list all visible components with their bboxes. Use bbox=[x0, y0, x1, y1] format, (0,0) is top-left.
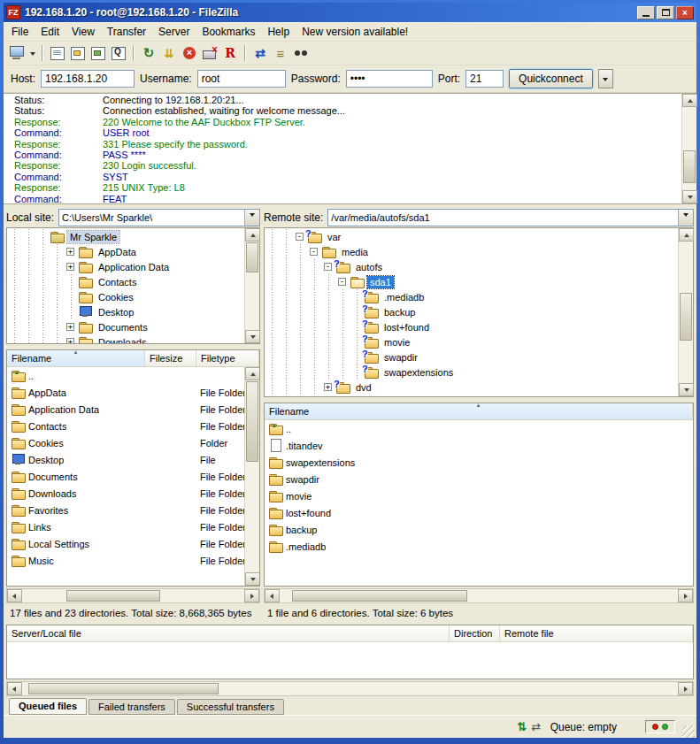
scroll-thumb[interactable] bbox=[246, 242, 258, 272]
password-input[interactable] bbox=[346, 70, 433, 88]
tree-expander-minus-icon[interactable]: - bbox=[310, 248, 318, 256]
column-header-filename[interactable]: Filename▴ bbox=[265, 403, 693, 419]
port-input[interactable] bbox=[465, 70, 504, 88]
tree-item-documents[interactable]: +Documents bbox=[7, 319, 244, 334]
tree-item-cookies[interactable]: Cookies bbox=[7, 289, 244, 304]
remote-site-combobox[interactable]: /var/media/autofs/sda1 bbox=[327, 209, 694, 226]
toggle-remote-tree-icon[interactable] bbox=[88, 43, 108, 63]
tree-item-dvd[interactable]: +?dvd bbox=[265, 380, 678, 395]
tree-item-desktop[interactable]: Desktop bbox=[7, 304, 244, 319]
file-row-lost-found[interactable]: lost+found bbox=[265, 504, 693, 521]
tree-expander-plus-icon[interactable]: + bbox=[66, 323, 74, 331]
column-header-filetype[interactable]: Filetype bbox=[196, 350, 259, 366]
file-row-favorites[interactable]: FavoritesFile Folder bbox=[7, 502, 244, 518]
tree-item-media[interactable]: -media bbox=[265, 244, 678, 259]
tree-expander-plus-icon[interactable]: + bbox=[324, 383, 332, 391]
file-row-documents[interactable]: DocumentsFile Folder bbox=[7, 468, 244, 485]
tree-expander-plus-icon[interactable]: + bbox=[66, 263, 74, 271]
tree-item-var[interactable]: -?var bbox=[265, 229, 678, 244]
local-tree-scrollbar[interactable] bbox=[244, 228, 259, 343]
column-header-remote-file[interactable]: Remote file bbox=[500, 625, 693, 641]
tree-item-autofs[interactable]: -?autofs bbox=[265, 259, 678, 274]
scroll-down-button[interactable] bbox=[682, 190, 697, 203]
tab-queued-files[interactable]: Queued files bbox=[9, 698, 87, 715]
menu-item-new-version-available[interactable]: New version available! bbox=[296, 23, 414, 42]
quickconnect-button[interactable]: Quickconnect bbox=[509, 69, 593, 88]
close-button[interactable]: × bbox=[676, 6, 694, 19]
column-header-direction[interactable]: Direction bbox=[450, 625, 500, 641]
remote-tree-scrollbar[interactable] bbox=[678, 228, 693, 396]
tree-item-contacts[interactable]: Contacts bbox=[7, 274, 244, 289]
quickconnect-dropdown-button[interactable] bbox=[598, 69, 613, 88]
tree-item-backup[interactable]: ?backup bbox=[265, 304, 678, 319]
menu-item-help[interactable]: Help bbox=[261, 23, 296, 42]
scroll-thumb[interactable] bbox=[66, 590, 159, 602]
tab-successful-transfers[interactable]: Successful transfers bbox=[177, 699, 284, 715]
tree-item-mr-sparkle[interactable]: Mr Sparkle bbox=[7, 229, 244, 244]
tree-expander-minus-icon[interactable]: - bbox=[324, 263, 332, 271]
tree-item-swapdir[interactable]: ?swapdir bbox=[265, 349, 678, 364]
tree-item-movie[interactable]: ?movie bbox=[265, 334, 678, 349]
local-site-dropdown-button[interactable] bbox=[244, 210, 259, 226]
dropdown-icon[interactable] bbox=[27, 43, 37, 63]
local-site-combobox[interactable]: C:\Users\Mr Sparkle\ bbox=[58, 209, 260, 226]
resize-grip[interactable] bbox=[682, 725, 695, 738]
scroll-left-button[interactable] bbox=[7, 589, 22, 602]
queue-processing-icon[interactable] bbox=[529, 720, 543, 734]
file-row-application-data[interactable]: Application DataFile Folder bbox=[7, 401, 244, 418]
file-row-appdata[interactable]: AppDataFile Folder bbox=[7, 384, 244, 401]
file-row-cookies[interactable]: CookiesFolder bbox=[7, 434, 244, 451]
tree-item-swapextensions[interactable]: ?swapextensions bbox=[265, 364, 678, 380]
scroll-down-button[interactable] bbox=[245, 572, 259, 586]
tree-expander-plus-icon[interactable]: + bbox=[66, 248, 74, 256]
file-row-swapextensions[interactable]: swapextensions bbox=[265, 454, 693, 471]
tree-item-downloads[interactable]: +Downloads bbox=[7, 334, 244, 343]
disconnect-icon[interactable] bbox=[200, 43, 219, 63]
synchronized-browsing-icon[interactable] bbox=[271, 43, 290, 63]
toggle-local-tree-icon[interactable] bbox=[68, 43, 88, 63]
find-icon[interactable] bbox=[291, 43, 311, 63]
menu-item-view[interactable]: View bbox=[65, 23, 101, 42]
scroll-thumb[interactable] bbox=[683, 150, 696, 184]
file-row-backup[interactable]: backup bbox=[265, 521, 693, 538]
speed-limits-icon[interactable] bbox=[515, 720, 529, 734]
menu-item-file[interactable]: File bbox=[5, 23, 35, 42]
file-row-item[interactable]: ▴.. bbox=[265, 420, 693, 437]
maximize-button[interactable] bbox=[657, 6, 674, 19]
column-header-server-local-file[interactable]: Server/Local file bbox=[7, 625, 450, 641]
file-row-local-settings[interactable]: Local SettingsFile Folder bbox=[7, 535, 244, 552]
site-manager-icon[interactable] bbox=[7, 43, 27, 63]
tree-expander-minus-icon[interactable]: - bbox=[338, 278, 346, 286]
username-input[interactable] bbox=[197, 70, 286, 88]
tree-expander-minus-icon[interactable]: - bbox=[296, 233, 304, 241]
scroll-right-button[interactable] bbox=[678, 589, 693, 602]
title-bar[interactable]: FZ 192.168.1.20 - root@192.168.1.20 - Fi… bbox=[4, 3, 696, 22]
scroll-thumb[interactable] bbox=[28, 683, 219, 694]
process-queue-icon[interactable] bbox=[159, 43, 179, 63]
file-row-contacts[interactable]: ContactsFile Folder bbox=[7, 418, 244, 434]
remote-horizontal-scrollbar[interactable] bbox=[264, 588, 694, 603]
menu-item-edit[interactable]: Edit bbox=[35, 23, 65, 42]
local-horizontal-scrollbar[interactable] bbox=[6, 588, 260, 603]
scroll-right-button[interactable] bbox=[244, 589, 259, 602]
local-list-scrollbar[interactable] bbox=[244, 367, 259, 586]
tree-item-sda1[interactable]: -sda1 bbox=[265, 274, 678, 289]
tree-item-mediadb[interactable]: ?.mediadb bbox=[265, 289, 678, 304]
scroll-up-button[interactable] bbox=[682, 94, 697, 107]
file-row-downloads[interactable]: DownloadsFile Folder bbox=[7, 485, 244, 502]
scroll-left-button[interactable] bbox=[265, 589, 280, 602]
tree-item-appdata[interactable]: +AppData bbox=[7, 244, 244, 259]
tree-expander-plus-icon[interactable]: + bbox=[66, 338, 74, 343]
toggle-message-log-icon[interactable] bbox=[48, 43, 67, 63]
scroll-down-button[interactable] bbox=[245, 330, 260, 343]
file-row-mediadb[interactable]: .mediadb bbox=[265, 538, 693, 555]
column-header-filename[interactable]: Filename▴ bbox=[7, 350, 145, 366]
reconnect-icon[interactable] bbox=[220, 43, 240, 63]
tree-item-lost-found[interactable]: ?lost+found bbox=[265, 319, 678, 334]
scroll-up-button[interactable] bbox=[245, 367, 259, 380]
file-row-links[interactable]: LinksFile Folder bbox=[7, 518, 244, 535]
file-row-titandev[interactable]: .titandev bbox=[265, 437, 693, 454]
refresh-icon[interactable] bbox=[139, 43, 158, 63]
column-header-filesize[interactable]: Filesize bbox=[145, 350, 196, 366]
menu-item-transfer[interactable]: Transfer bbox=[101, 23, 152, 42]
